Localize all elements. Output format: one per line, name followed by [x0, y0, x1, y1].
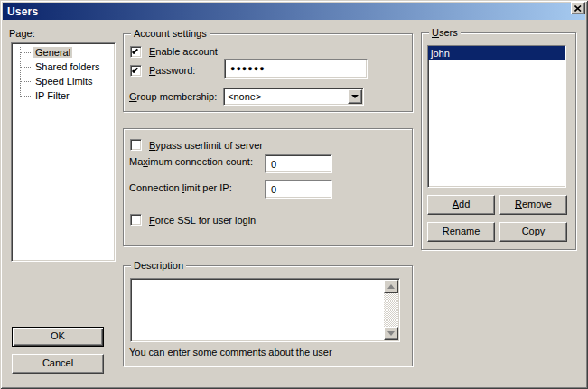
check-icon — [132, 48, 138, 54]
close-icon — [574, 5, 582, 12]
connection-limit-per-ip-input[interactable]: 0 — [265, 180, 332, 199]
users-group-title: Users — [429, 27, 461, 39]
enable-account-label: Enable account — [149, 46, 218, 58]
tree-item-general[interactable]: General — [12, 46, 115, 60]
tree-item-label: Shared folders — [33, 61, 102, 72]
max-connection-count-input[interactable]: 0 — [265, 154, 332, 173]
bypass-userlimit-label: Bypass userlimit of server — [149, 140, 263, 152]
remove-button[interactable]: Remove — [499, 195, 567, 215]
scroll-up-button[interactable] — [384, 280, 398, 293]
check-icon — [132, 67, 138, 73]
description-group-title: Description — [131, 260, 186, 272]
chevron-down-icon — [351, 95, 359, 102]
password-input[interactable]: ●●●●●● — [224, 59, 368, 79]
arrow-down-icon — [387, 331, 395, 339]
ok-button[interactable]: OK — [12, 327, 104, 347]
vertical-scrollbar[interactable] — [384, 280, 398, 340]
tree-item-label: IP Filter — [33, 90, 71, 101]
password-label: Password: — [149, 65, 195, 77]
users-listbox[interactable]: john — [427, 45, 566, 188]
add-button[interactable]: Add — [427, 195, 495, 215]
title-bar[interactable]: Users — [3, 3, 585, 20]
enable-account-checkbox[interactable] — [130, 46, 142, 58]
group-membership-label: Group membership: — [129, 91, 217, 103]
close-button[interactable] — [571, 2, 585, 14]
description-hint: You can enter some comments about the us… — [129, 347, 332, 358]
page-tree[interactable]: General Shared folders Speed Limits IP F… — [11, 42, 116, 262]
user-list-item[interactable]: john — [428, 46, 565, 60]
bypass-userlimit-checkbox[interactable] — [130, 139, 142, 151]
tree-item-label: General — [33, 47, 72, 58]
max-connection-count-label: Maximum connection count: — [129, 156, 253, 168]
tree-item-speed-limits[interactable]: Speed Limits — [12, 75, 115, 89]
password-checkbox[interactable] — [130, 65, 142, 77]
tree-item-ip-filter[interactable]: IP Filter — [12, 89, 115, 104]
tree-item-shared-folders[interactable]: Shared folders — [12, 60, 115, 75]
password-value: ●●●●●● — [230, 64, 266, 73]
group-membership-value: <none> — [228, 91, 261, 103]
text-caret — [266, 63, 266, 74]
window-title: Users — [7, 5, 38, 18]
copy-button[interactable]: Copy — [499, 222, 567, 242]
scroll-down-button[interactable] — [384, 327, 398, 340]
connection-limit-per-ip-label: Connection limit per IP: — [129, 182, 232, 194]
force-ssl-checkbox[interactable] — [130, 214, 142, 226]
tree-item-label: Speed Limits — [33, 76, 95, 87]
user-name: john — [431, 48, 450, 59]
cancel-button[interactable]: Cancel — [12, 354, 104, 374]
arrow-up-icon — [387, 281, 395, 289]
rename-button[interactable]: Rename — [427, 222, 495, 242]
dropdown-button[interactable] — [348, 89, 362, 104]
users-dialog: Users Page: General Shared folders Speed… — [0, 0, 588, 389]
description-textarea[interactable] — [130, 278, 400, 342]
account-settings-group-title: Account settings — [131, 28, 210, 40]
page-label: Page: — [9, 28, 35, 40]
group-membership-select[interactable]: <none> — [223, 88, 364, 106]
force-ssl-label: Force SSL for user login — [149, 215, 256, 227]
